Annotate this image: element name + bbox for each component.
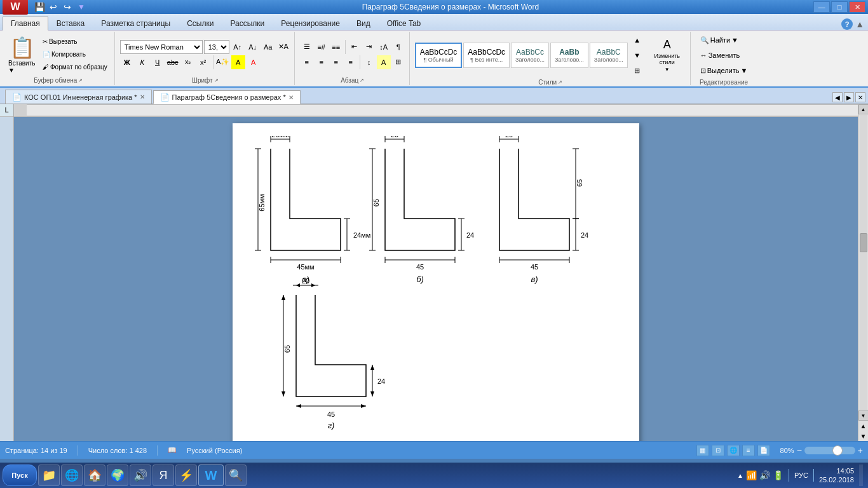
zoom-thumb[interactable] [832,445,843,456]
strikethrough-button[interactable]: аbc [166,55,180,69]
tab-officetab[interactable]: Office Tab [379,16,430,30]
redo-button[interactable]: ↪ [61,1,74,13]
format-painter-button[interactable]: 🖌 Формат по образцу [39,61,111,73]
paste-button[interactable]: 📋 Вставить ▼ [6,36,38,74]
show-desktop-button[interactable] [859,464,863,486]
line-spacing-button[interactable]: ↕ [362,55,376,69]
tab-references[interactable]: Ссылки [179,16,222,30]
save-button[interactable]: 💾 [33,1,46,13]
taskbar-word[interactable]: W [198,464,224,486]
doc-tabs-close-button[interactable]: ✕ [855,92,865,102]
scroll-extra-down[interactable]: ▼ [860,431,867,441]
bold-button[interactable]: Ж [120,55,134,69]
vertical-scrollbar[interactable]: ▲ ▼ ▲ ▼ [858,104,868,441]
spelling-icon-area[interactable]: 📖 [168,446,177,454]
tab-layout[interactable]: Разметка страницы [93,16,179,30]
ruler-corner[interactable]: L [0,104,13,117]
font-color-button[interactable]: A [247,55,261,69]
language-indicator[interactable]: РУС [794,471,808,479]
increase-indent-button[interactable]: ⇥ [362,40,376,54]
tab-home[interactable]: Главная [3,17,48,30]
language-status[interactable]: Русский (Россия) [187,447,242,454]
select-button[interactable]: ⊡ Выделить ▼ [696,64,752,78]
doc-tab-2[interactable]: 📄 Параграф 5Сведения о размерах * ✕ [153,90,301,104]
word-count-status[interactable]: Число слов: 1 428 [88,447,147,454]
italic-button[interactable]: К [135,55,149,69]
start-button[interactable]: Пуск [3,464,37,486]
grow-font-button[interactable]: A↑ [231,40,245,54]
zoom-slider[interactable] [804,447,855,454]
taskbar-chrome[interactable]: 🌍 [107,464,128,486]
help-icon[interactable]: ? [841,18,853,30]
taskbar-media[interactable]: 🔊 [130,464,151,486]
office-button[interactable]: W [3,0,28,15]
borders-button[interactable]: ⊞ [391,55,405,69]
web-layout-button[interactable]: 🌐 [727,445,740,456]
tray-network-icon[interactable]: 📶 [746,470,757,480]
sort-button[interactable]: ↕A [377,40,391,54]
style-heading3[interactable]: AaBbC Заголово... [590,43,628,68]
ribbon-collapse-icon[interactable]: ▲ [855,19,864,29]
close-button[interactable]: ✕ [849,1,865,13]
font-size-select[interactable]: 13,5 [204,40,229,54]
highlight-button[interactable]: A [231,55,245,69]
taskbar-yabrowser[interactable]: ⚡ [175,464,197,486]
style-no-spacing[interactable]: AaBbCcDc ¶ Без инте... [463,43,510,68]
text-effects-button[interactable]: A✨ [216,55,230,69]
styles-scroll-up-button[interactable]: ▲ [630,33,644,47]
underline-button[interactable]: Ч [151,55,165,69]
change-styles-button[interactable]: A Изменить стили ▼ [648,35,686,76]
doc-tab-1[interactable]: 📄 КОС ОП.01 Инженерная графика * ✕ [5,90,152,104]
tab-review[interactable]: Рецензирование [273,16,348,30]
doc-tab-1-close[interactable]: ✕ [140,93,145,100]
scroll-extra-up[interactable]: ▲ [860,421,867,431]
copy-button[interactable]: 📄 Копировать [39,48,111,60]
subscript-button[interactable]: x₂ [181,55,195,69]
print-layout-button[interactable]: ▦ [696,445,709,456]
minimize-button[interactable]: — [813,1,830,13]
bullets-button[interactable]: ☰ [300,40,314,54]
style-heading2[interactable]: AaBb Заголово... [550,43,588,68]
superscript-button[interactable]: x² [196,55,210,69]
page-status[interactable]: Страница: 14 из 19 [5,447,67,454]
taskbar-yandex[interactable]: Я [153,464,174,486]
doc-tabs-left-button[interactable]: ◀ [832,92,843,102]
decrease-indent-button[interactable]: ⇤ [348,40,362,54]
justify-button[interactable]: ≡ [344,55,358,69]
doc-tab-2-close[interactable]: ✕ [288,94,294,101]
taskbar-search[interactable]: 🔍 [225,464,247,486]
tray-expand-button[interactable]: ▲ [737,472,743,479]
clipboard-expand-icon[interactable]: ↗ [78,78,83,83]
document-scroll-area[interactable]: 20мм 65мм 24мм [14,117,858,441]
style-heading1[interactable]: AaBbCc Заголово... [511,43,549,68]
change-case-button[interactable]: Аа [261,40,275,54]
scroll-down-button[interactable]: ▼ [858,410,869,421]
multilevel-button[interactable]: ≡≡ [329,40,343,54]
maximize-button[interactable]: □ [831,1,848,13]
zoom-in-button[interactable]: + [858,445,863,456]
shading-button[interactable]: A [377,55,391,69]
show-marks-button[interactable]: ¶ [391,40,405,54]
system-clock[interactable]: 14:05 25.02.2018 [819,466,854,484]
taskbar-ie[interactable]: 🌐 [61,464,83,486]
font-expand-icon[interactable]: ↗ [214,78,219,83]
paragraph-expand-icon[interactable]: ↗ [360,78,364,83]
doc-tabs-right-button[interactable]: ▶ [844,92,854,102]
zoom-out-button[interactable]: − [797,445,802,456]
style-normal[interactable]: AaBbCcDc ¶ Обычный [415,43,463,68]
full-screen-button[interactable]: ⊡ [712,445,724,456]
scroll-up-button[interactable]: ▲ [858,104,869,114]
align-right-button[interactable]: ≡ [329,55,343,69]
styles-more-button[interactable]: ⊞ [630,64,644,78]
numbering-button[interactable]: ≡# [315,40,329,54]
clear-format-button[interactable]: ✕A [276,40,290,54]
find-button[interactable]: 🔍 Найти ▼ [696,33,752,47]
scroll-thumb[interactable] [860,233,867,252]
cut-button[interactable]: ✂ Вырезать [39,36,111,48]
new-tab-area[interactable] [303,101,311,104]
tray-sound-icon[interactable]: 🔊 [759,470,770,480]
tab-mailings[interactable]: Рассылки [222,16,273,30]
undo-button[interactable]: ↩ [47,1,60,13]
tab-view[interactable]: Вид [348,16,379,30]
outline-button[interactable]: ≡ [742,445,755,456]
